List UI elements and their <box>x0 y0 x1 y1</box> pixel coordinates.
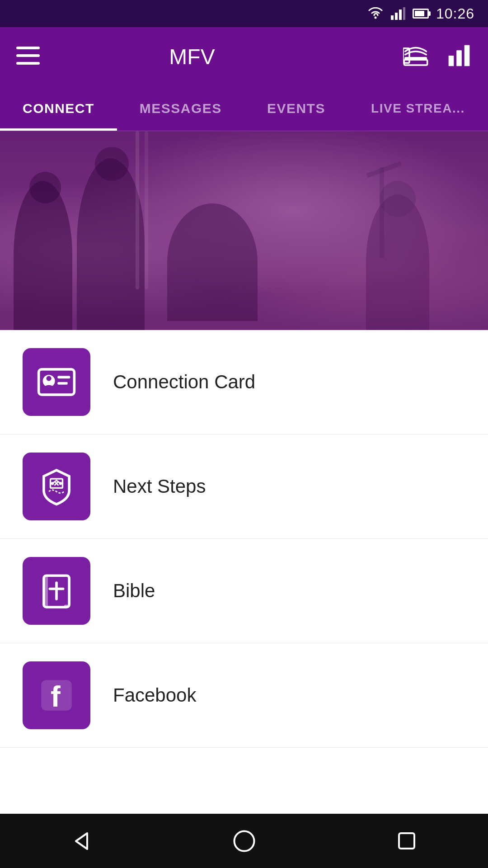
status-time: 10:26 <box>436 5 474 22</box>
tab-bar: CONNECT MESSAGES EVENTS LIVE STREA... <box>0 86 488 131</box>
bible-icon-box <box>23 557 90 625</box>
svg-point-31 <box>234 831 254 851</box>
tab-messages[interactable]: MESSAGES <box>117 86 244 131</box>
bottom-nav <box>0 814 488 868</box>
svg-text:f: f <box>51 680 61 713</box>
chart-icon <box>446 43 472 68</box>
connection-card-icon <box>36 362 77 402</box>
svg-rect-11 <box>449 56 454 66</box>
app-bar-actions <box>403 43 472 70</box>
wifi-icon <box>367 7 384 20</box>
svg-rect-16 <box>57 376 70 379</box>
connection-card-item[interactable]: Connection Card <box>0 330 488 434</box>
facebook-icon-box: f <box>23 661 90 729</box>
home-button[interactable] <box>217 823 271 859</box>
svg-rect-2 <box>395 13 398 20</box>
bible-item[interactable]: Bible <box>0 539 488 643</box>
svg-rect-3 <box>399 9 402 20</box>
status-icons: 10:26 <box>367 5 474 22</box>
analytics-button[interactable] <box>446 43 472 70</box>
menu-list: Connection Card Next Steps <box>0 330 488 748</box>
svg-rect-32 <box>399 833 414 849</box>
svg-rect-4 <box>403 7 405 20</box>
facebook-label: Facebook <box>113 684 196 706</box>
home-icon <box>232 829 257 854</box>
tab-livestream[interactable]: LIVE STREA... <box>348 86 488 131</box>
next-steps-label: Next Steps <box>113 476 206 497</box>
back-button[interactable] <box>54 823 108 859</box>
tab-connect[interactable]: CONNECT <box>0 86 117 131</box>
next-steps-icon <box>36 466 77 507</box>
svg-rect-12 <box>456 50 462 66</box>
svg-point-18 <box>47 376 52 381</box>
cast-button[interactable] <box>403 43 428 70</box>
signal-icon <box>391 7 405 20</box>
hero-silhouettes <box>0 131 488 330</box>
facebook-icon: f <box>36 675 77 716</box>
app-bar: MFV <box>0 27 488 86</box>
svg-rect-25 <box>44 576 48 607</box>
battery-icon <box>413 9 429 19</box>
svg-rect-13 <box>465 45 470 66</box>
connection-card-icon-box <box>23 348 90 416</box>
connection-card-label: Connection Card <box>113 371 255 393</box>
facebook-item[interactable]: f Facebook <box>0 643 488 748</box>
bible-icon <box>36 571 77 611</box>
cast-icon <box>403 43 428 68</box>
next-steps-item[interactable]: Next Steps <box>0 434 488 539</box>
status-bar: 10:26 <box>0 0 488 27</box>
recent-button[interactable] <box>380 823 434 859</box>
bible-label: Bible <box>113 580 155 602</box>
svg-rect-17 <box>57 382 68 385</box>
next-steps-icon-box <box>23 453 90 520</box>
back-icon <box>69 829 94 854</box>
app-title: MFV <box>0 44 389 69</box>
svg-rect-1 <box>391 15 394 20</box>
svg-marker-30 <box>76 833 87 849</box>
hero-image <box>0 131 488 330</box>
recent-icon <box>395 830 418 852</box>
svg-point-0 <box>374 17 376 19</box>
tab-events[interactable]: EVENTS <box>244 86 348 131</box>
